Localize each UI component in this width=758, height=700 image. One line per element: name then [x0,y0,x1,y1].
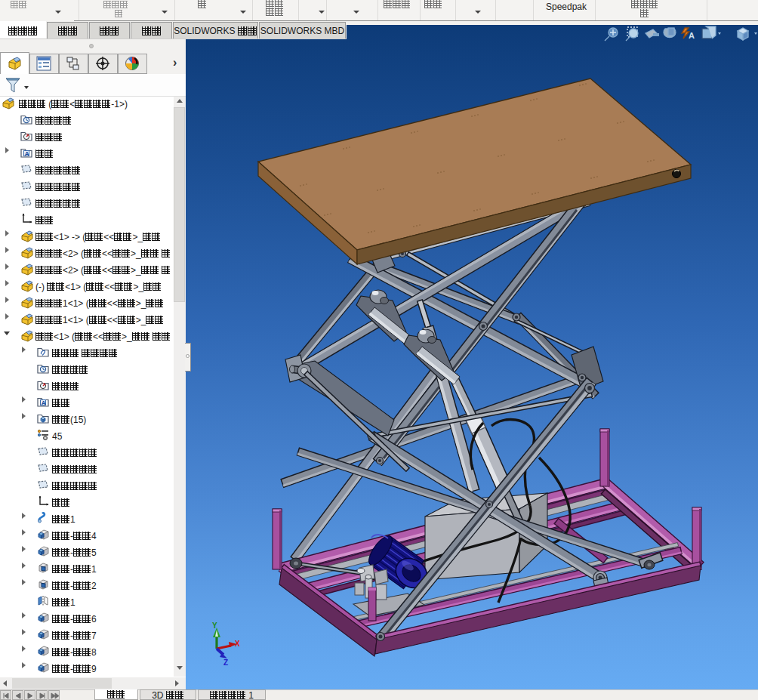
svg-text:Z: Z [223,658,228,667]
svg-text:Y: Y [212,621,217,630]
svg-text:X: X [235,640,240,648]
